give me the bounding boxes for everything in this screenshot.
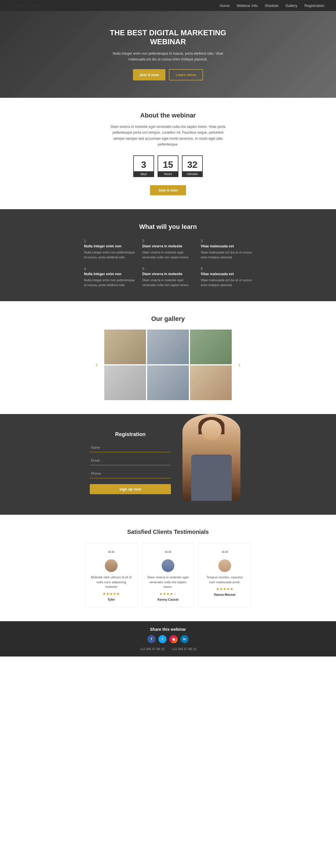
learn-item-title: Nulla integer enim non (84, 272, 135, 276)
testimonial-name-3: Hanna Massar (204, 593, 246, 596)
testimonial-stars-1: ★★★★★ (90, 592, 132, 596)
countdown: 3 days 15 hours 32 minutes (11, 155, 325, 177)
footer-share-title: Share this webinar (11, 627, 325, 631)
gallery-wrapper: ‹ › (104, 330, 232, 400)
testimonial-text-2: Diam viverra in molestie eget venenatis … (147, 575, 189, 589)
countdown-minutes: 32 minutes (182, 155, 203, 177)
testimonial-text-1: Molestie nibh ultrices id sit id nulla n… (90, 575, 132, 589)
learn-item-title: Diam viverra in molestie (142, 272, 194, 276)
avatar-3 (218, 559, 231, 572)
email-input[interactable] (90, 456, 171, 465)
about-join-button[interactable]: Join it now (150, 185, 186, 195)
learn-item-desc: Nulla integer enim non pellentesque id m… (84, 278, 135, 287)
learn-item-desc: Vitae malesuada est dui id ut cursus eni… (201, 250, 252, 259)
avatar-image-2 (162, 559, 174, 572)
gallery-image-2 (147, 330, 189, 364)
avatar-image-3 (218, 559, 231, 572)
gallery-cell-3 (190, 330, 232, 364)
nav-links: Home Webinar info Shedule Gallery Regist… (220, 3, 325, 8)
countdown-minutes-label: minutes (183, 171, 202, 177)
testimonial-card-2: ❝❝ Diam viverra in molestie eget venenat… (142, 544, 194, 607)
learn-grid: 1 Nulla integer enim non Nulla integer e… (84, 239, 252, 287)
learn-item-title: Vitae malesuada est (201, 244, 252, 248)
hero-content: THE BEST DIGITAL MARKETING WEBINAR Nulla… (107, 28, 229, 81)
gallery-image-3 (190, 330, 232, 364)
nav-gallery[interactable]: Gallery (285, 3, 297, 8)
learn-item-2: 2 Diam viverra in molestie Diam viverra … (142, 239, 194, 259)
gallery-cell-6 (190, 365, 232, 400)
gallery-section: Our gallery ‹ › (0, 301, 336, 414)
gallery-cell-4 (104, 365, 146, 400)
avatar-2 (162, 559, 174, 572)
about-section: About the webinar Diam viverra in molest… (0, 98, 336, 210)
avatar-image-1 (105, 559, 118, 572)
learn-item-num: 3 (201, 239, 252, 243)
hero-description: Nulla integer enim non pellentesque id m… (107, 51, 229, 62)
logo-line1: Digital (11, 3, 24, 8)
gallery-cell-5 (147, 365, 189, 400)
testimonials-section: Satisfied Clients Testimonials ❝❝ Molest… (0, 515, 336, 621)
countdown-days-num: 3 (134, 156, 153, 171)
phone-input[interactable] (90, 469, 171, 478)
countdown-hours: 15 hours (158, 155, 178, 177)
testimonials-grid: ❝❝ Molestie nibh ultrices id sit id null… (11, 544, 325, 607)
footer-phones: +12 345 67 89 10 +12 345 67 89 10 (11, 647, 325, 651)
learn-title: What will you learn (11, 223, 325, 230)
nav-schedule[interactable]: Shedule (265, 3, 279, 8)
hero-learn-button[interactable]: Learn more (169, 69, 203, 81)
footer-phone1: +12 345 67 89 10 (140, 647, 165, 651)
gallery-cell-2 (147, 330, 189, 364)
about-description: Diam viverra in molestie eget venenatis … (110, 124, 226, 148)
gallery-prev-button[interactable]: ‹ (95, 361, 97, 369)
nav-registration[interactable]: Registration (304, 3, 325, 8)
footer: Share this webinar f t ◉ in +12 345 67 8… (0, 621, 336, 656)
learn-item-num: 4 (84, 267, 135, 271)
learn-section: What will you learn 1 Nulla integer enim… (0, 209, 336, 301)
registration-form-wrapper: Registration sign up now (90, 431, 171, 494)
facebook-icon[interactable]: f (147, 635, 156, 643)
gallery-next-button[interactable]: › (239, 361, 241, 369)
gallery-grid (104, 330, 232, 400)
gallery-image-6 (190, 365, 232, 400)
learn-item-4: 4 Nulla integer enim non Nulla integer e… (84, 267, 135, 287)
learn-item-6: 6 Vitae malesuada est Vitae malesuada es… (201, 267, 252, 287)
hero-buttons: Join it now Learn more (107, 69, 229, 81)
testimonial-name-1: Tyler (90, 598, 132, 601)
quote-icon-2: ❝❝ (147, 550, 189, 557)
navbar: Digital Webinar Home Webinar info Shedul… (0, 0, 336, 11)
linkedin-icon[interactable]: in (180, 635, 189, 643)
quote-icon-1: ❝❝ (90, 550, 132, 557)
gallery-image-4 (104, 365, 146, 400)
nav-webinar-info[interactable]: Webinar info (236, 3, 258, 8)
learn-item-title: Vitae malesuada est (201, 272, 252, 276)
quote-icon-3: ❝❝ (204, 550, 246, 557)
signup-button[interactable]: sign up now (90, 484, 171, 494)
testimonial-stars-3: ★★★★★ (204, 587, 246, 591)
name-input[interactable] (90, 443, 171, 452)
testimonial-card-1: ❝❝ Molestie nibh ultrices id sit id null… (85, 544, 137, 607)
gallery-image-5 (147, 365, 189, 400)
twitter-icon[interactable]: t (159, 635, 167, 643)
countdown-days: 3 days (133, 155, 154, 177)
learn-item-5: 5 Diam viverra in molestie Diam viverra … (142, 267, 194, 287)
hero-join-button[interactable]: Join it now (133, 69, 165, 81)
learn-item-title: Nulla integer enim non (84, 244, 135, 248)
instagram-icon[interactable]: ◉ (169, 635, 177, 643)
learn-item-num: 5 (142, 267, 194, 271)
person-body (191, 455, 232, 501)
registration-person (183, 431, 246, 501)
learn-item-3: 3 Vitae malesuada est Vitae malesuada es… (201, 239, 252, 259)
learn-item-desc: Diam viverra in molestie eget venenatis … (142, 278, 194, 287)
learn-item-1: 1 Nulla integer enim non Nulla integer e… (84, 239, 135, 259)
about-title: About the webinar (11, 112, 325, 119)
nav-home[interactable]: Home (220, 3, 230, 8)
gallery-image-1 (104, 330, 146, 364)
hero-title: THE BEST DIGITAL MARKETING WEBINAR (107, 28, 229, 46)
person-image (183, 414, 241, 501)
logo-line2: Webinar (26, 3, 43, 8)
person-head (201, 420, 222, 440)
testimonials-title: Satisfied Clients Testimonials (11, 529, 325, 535)
gallery-title: Our gallery (11, 315, 325, 322)
countdown-days-label: days (134, 171, 153, 177)
countdown-hours-label: hours (158, 171, 178, 177)
